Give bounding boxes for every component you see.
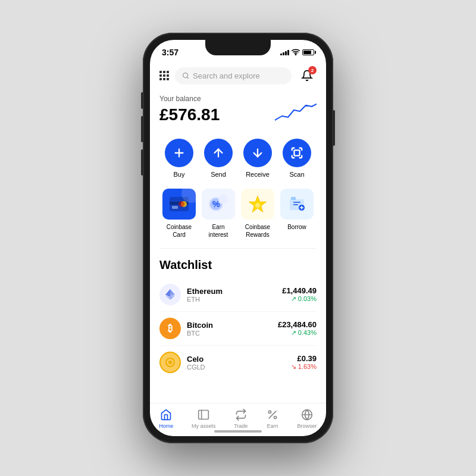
watchlist-section: Watchlist Ethereum xyxy=(150,251,326,379)
scan-action[interactable]: Scan xyxy=(283,139,311,178)
notch xyxy=(205,40,271,55)
celo-change: ↘ 1.63% xyxy=(291,363,317,371)
earn-interest-feature[interactable]: % Earninterest xyxy=(199,189,237,239)
eth-price-info: £1,449.49 ↗ 0.03% xyxy=(282,286,317,303)
feature-row: CoinbaseCard % Earninterest xyxy=(150,184,326,246)
btc-icon: ₿ xyxy=(159,318,181,339)
search-icon xyxy=(182,72,189,79)
crypto-item-btc[interactable]: ₿ Bitcoin BTC £23,484.60 ↗ 0.43% xyxy=(159,312,317,346)
volume-up-button xyxy=(141,116,143,142)
phone-frame: 3:57 xyxy=(143,33,333,443)
app-header: Search and explore 2 xyxy=(150,61,326,90)
svg-rect-6 xyxy=(294,150,299,155)
status-time: 3:57 xyxy=(162,48,178,57)
earn-interest-label: Earninterest xyxy=(209,223,228,239)
coinbase-rewards-label: CoinbaseRewards xyxy=(245,223,270,239)
app-content: Search and explore 2 Your balance £576.8… xyxy=(150,61,326,403)
svg-point-0 xyxy=(295,54,296,54)
celo-icon xyxy=(159,352,181,373)
eth-info: Ethereum ETH xyxy=(187,287,282,303)
balance-chart xyxy=(275,99,317,126)
search-bar[interactable]: Search and explore xyxy=(175,67,292,84)
nav-earn[interactable]: Earn xyxy=(266,408,279,429)
crypto-item-celo[interactable]: Celo CGLD £0.39 ↘ 1.63% xyxy=(159,346,317,379)
scan-icon-circle xyxy=(283,139,311,167)
borrow-feature[interactable]: Borrow xyxy=(278,189,316,239)
search-placeholder: Search and explore xyxy=(193,71,260,80)
btc-price: £23,484.60 xyxy=(278,320,317,329)
btc-change: ↗ 0.43% xyxy=(278,329,317,337)
buy-label: Buy xyxy=(174,171,185,178)
celo-price: £0.39 xyxy=(291,354,317,363)
watchlist-title: Watchlist xyxy=(159,258,317,272)
eth-price: £1,449.49 xyxy=(282,286,317,295)
btc-name: Bitcoin xyxy=(187,321,278,330)
notifications-button[interactable]: 2 xyxy=(298,66,317,85)
nav-earn-label: Earn xyxy=(267,423,278,429)
send-action[interactable]: Send xyxy=(204,139,233,178)
nav-home[interactable]: Home xyxy=(159,408,173,429)
home-nav-icon xyxy=(159,408,173,421)
quick-actions: Buy Send Receive xyxy=(150,133,326,184)
balance-amount: £576.81 xyxy=(159,105,220,124)
buy-icon-circle xyxy=(165,139,193,167)
btc-info: Bitcoin BTC xyxy=(187,321,278,337)
balance-label: Your balance xyxy=(159,95,220,103)
earn-interest-icon: % xyxy=(202,189,235,220)
nav-trade-label: Trade xyxy=(234,423,248,429)
svg-point-36 xyxy=(268,411,271,413)
signal-icon xyxy=(280,50,289,55)
svg-line-35 xyxy=(269,411,276,418)
coinbase-card-label: CoinbaseCard xyxy=(167,223,192,239)
home-indicator xyxy=(214,430,262,433)
celo-info: Celo CGLD xyxy=(187,355,291,371)
eth-symbol: ETH xyxy=(187,296,282,303)
celo-symbol: CGLD xyxy=(187,364,291,371)
browser-nav-icon xyxy=(300,408,314,421)
celo-price-info: £0.39 ↘ 1.63% xyxy=(291,354,317,371)
svg-point-17 xyxy=(255,203,260,208)
trade-nav-icon xyxy=(234,408,248,421)
send-label: Send xyxy=(211,171,226,178)
coinbase-card-icon xyxy=(162,189,196,220)
nav-trade[interactable]: Trade xyxy=(234,408,248,429)
nav-home-label: Home xyxy=(159,423,173,429)
svg-rect-9 xyxy=(172,206,178,209)
svg-point-32 xyxy=(168,361,172,364)
power-button xyxy=(333,110,335,146)
status-icons xyxy=(280,48,314,57)
nav-my-assets[interactable]: My assets xyxy=(192,408,216,429)
eth-icon xyxy=(159,284,181,305)
crypto-item-eth[interactable]: Ethereum ETH £1,449.49 ↗ 0.03% xyxy=(159,278,317,312)
svg-point-11 xyxy=(178,201,184,207)
section-divider xyxy=(159,248,317,249)
coinbase-card-feature[interactable]: CoinbaseCard xyxy=(160,189,198,239)
coinbase-rewards-feature[interactable]: CoinbaseRewards xyxy=(239,189,277,239)
nav-my-assets-label: My assets xyxy=(192,423,216,429)
grid-menu-button[interactable] xyxy=(159,71,169,80)
svg-point-37 xyxy=(274,416,276,419)
notification-badge: 2 xyxy=(308,66,317,74)
battery-icon xyxy=(302,49,314,55)
nav-browser-label: Browser xyxy=(298,423,317,429)
buy-action[interactable]: Buy xyxy=(165,139,193,178)
btc-price-info: £23,484.60 ↗ 0.43% xyxy=(278,320,317,337)
receive-label: Receive xyxy=(246,171,270,178)
borrow-icon xyxy=(280,189,314,220)
svg-rect-19 xyxy=(291,197,296,200)
receive-action[interactable]: Receive xyxy=(243,139,272,178)
rewards-icon xyxy=(241,189,274,220)
mute-button xyxy=(141,92,143,109)
svg-point-15 xyxy=(218,195,228,204)
my-assets-nav-icon xyxy=(197,408,210,421)
balance-section: Your balance £576.81 xyxy=(150,90,326,133)
eth-change: ↗ 0.03% xyxy=(282,295,317,303)
borrow-label: Borrow xyxy=(287,223,306,231)
nav-browser[interactable]: Browser xyxy=(298,408,317,429)
send-icon-circle xyxy=(204,139,233,167)
volume-down-button xyxy=(141,149,143,176)
eth-name: Ethereum xyxy=(187,287,282,296)
btc-symbol: BTC xyxy=(187,330,278,337)
wifi-icon xyxy=(292,48,300,57)
balance-info: Your balance £576.81 xyxy=(159,95,220,124)
